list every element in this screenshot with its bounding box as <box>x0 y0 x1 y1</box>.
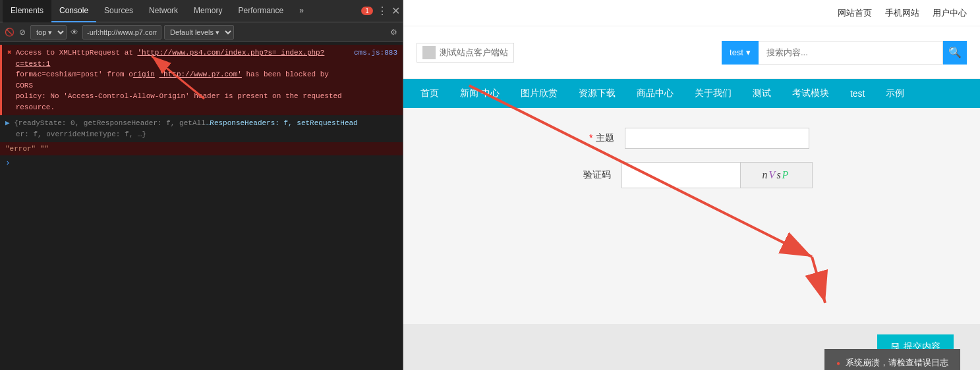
nav-main-about[interactable]: 关于我们 <box>684 79 742 108</box>
site-main-nav: 首页 新闻 中心 图片欣赏 资源下载 商品中心 关于我们 测试 考试模块 tes… <box>403 79 980 108</box>
nav-user[interactable]: 用户中心 <box>933 7 967 19</box>
cors-error-url-link[interactable]: 'http://www.ps4.com/index.php?s= index.p… <box>16 49 325 68</box>
logo-icon <box>422 46 436 59</box>
site-content: *主题 验证码 nVsP <box>403 108 980 324</box>
eye-icon[interactable]: 👁 <box>69 27 80 38</box>
devtools-close-icon[interactable]: ✕ <box>391 5 400 17</box>
tab-sources-label: Sources <box>104 6 133 15</box>
subject-label: *主题 <box>575 132 614 144</box>
context-selector[interactable]: top ▾ <box>30 25 67 40</box>
nav-main-test[interactable]: 测试 <box>742 79 782 108</box>
tab-network[interactable]: Network <box>141 0 186 22</box>
error-badge: 1 <box>361 7 373 15</box>
nav-main-shop[interactable]: 商品中心 <box>626 79 684 108</box>
site-search: test ▾ 🔍 <box>722 41 967 65</box>
error-popup: ● 系统崩溃，请检查错误日志 <box>824 349 960 370</box>
tab-memory[interactable]: Memory <box>186 0 230 22</box>
tab-console-label: Console <box>59 6 88 15</box>
nav-main-news[interactable]: 新闻 中心 <box>449 79 510 108</box>
cors-origin-link[interactable]: 'http://www.p7.com' <box>159 70 241 78</box>
nav-main-test2[interactable]: test <box>840 79 876 108</box>
error-popup-text: 系统崩溃，请检查错误日志 <box>846 357 948 369</box>
tab-more[interactable]: » <box>291 0 312 22</box>
error-dot-icon: ● <box>836 359 840 367</box>
captcha-input[interactable] <box>621 162 740 188</box>
error-icon: ✖ <box>7 47 12 113</box>
captcha-container: nVsP <box>621 162 813 188</box>
filter-icon[interactable]: ⊘ <box>17 27 28 38</box>
levels-selector[interactable]: Default levels ▾ <box>164 25 234 40</box>
devtools-tab-icons: 1 ⋮ ✕ <box>361 5 400 17</box>
captcha-label: 验证码 <box>571 169 611 181</box>
object-detail: er: f, overrideMimeType: f, …} <box>5 130 146 138</box>
error-source-link[interactable]: cms.js:883 <box>354 47 397 113</box>
cors-error-text: Access to XMLHttpRequest at 'http://www.… <box>16 47 350 113</box>
chevron-down-icon: ▾ <box>746 47 751 57</box>
tab-more-label: » <box>299 6 304 15</box>
captcha-text: nVsP <box>763 169 790 181</box>
console-content: ✖ Access to XMLHttpRequest at 'http://ww… <box>0 42 403 370</box>
website-panel: 网站首页 手机网站 用户中心 测试站点客户端站 test ▾ 🔍 首页 新闻 中… <box>403 0 980 370</box>
devtools-menu-icon[interactable]: ⋮ <box>377 5 388 17</box>
expand-arrow[interactable]: ▶ <box>5 119 10 127</box>
tab-elements[interactable]: Elements <box>3 0 51 22</box>
subject-input[interactable] <box>625 128 809 149</box>
site-footer-bar: 🖫 提交内容 ● 系统崩溃，请检查错误日志 <box>403 324 980 370</box>
subject-form-row: *主题 <box>575 128 809 149</box>
error-value-text: "error" "" <box>5 145 49 153</box>
search-icon: 🔍 <box>948 46 962 59</box>
tab-sources[interactable]: Sources <box>96 0 141 22</box>
nav-main-exam[interactable]: 考试模块 <box>782 79 840 108</box>
site-top-nav: 网站首页 手机网站 用户中心 <box>403 0 980 26</box>
settings-icon[interactable]: ⚙ <box>388 27 399 38</box>
search-button[interactable]: 🔍 <box>943 41 967 65</box>
console-filter-input[interactable] <box>82 25 161 40</box>
tab-performance[interactable]: Performance <box>230 0 291 22</box>
devtools-panel: Elements Console Sources Network Memory … <box>0 0 403 370</box>
clear-console-icon[interactable]: 🚫 <box>4 27 14 38</box>
search-input[interactable] <box>759 41 943 65</box>
nav-home[interactable]: 网站首页 <box>838 7 872 19</box>
tab-performance-label: Performance <box>238 6 283 15</box>
site-logo: 测试站点客户端站 <box>417 43 514 63</box>
required-mark: * <box>589 132 592 143</box>
search-category-button[interactable]: test ▾ <box>722 41 759 65</box>
captcha-image[interactable]: nVsP <box>740 162 813 188</box>
tab-console[interactable]: Console <box>51 0 96 22</box>
nav-main-example[interactable]: 示例 <box>875 79 915 108</box>
nav-main-gallery[interactable]: 图片欣赏 <box>510 79 568 108</box>
devtools-toolbar: 🚫 ⊘ top ▾ 👁 Default levels ▾ ⚙ <box>0 22 403 42</box>
captcha-form-row: 验证码 nVsP <box>571 162 813 188</box>
tab-elements-label: Elements <box>11 6 43 15</box>
nav-mobile[interactable]: 手机网站 <box>885 7 919 19</box>
cors-error-entry: ✖ Access to XMLHttpRequest at 'http://ww… <box>0 45 403 115</box>
console-prompt: › <box>0 155 403 171</box>
logo-text: 测试站点客户端站 <box>440 47 508 59</box>
site-header: 测试站点客户端站 test ▾ 🔍 <box>403 26 980 79</box>
prompt-icon[interactable]: › <box>5 158 11 168</box>
tab-network-label: Network <box>149 6 178 15</box>
tab-memory-label: Memory <box>194 6 222 15</box>
nav-main-home[interactable]: 首页 <box>410 79 449 108</box>
error-value-entry: "error" "" <box>0 142 403 155</box>
nav-main-download[interactable]: 资源下载 <box>568 79 626 108</box>
object-text: {readyState: 0, getResponseHeader: f, ge… <box>14 119 205 127</box>
devtools-tabs-bar: Elements Console Sources Network Memory … <box>0 0 403 22</box>
console-object-entry: ▶ {readyState: 0, getResponseHeader: f, … <box>0 115 403 142</box>
object-text-2: …ResponseHeaders: f, setRequestHead <box>206 119 358 127</box>
